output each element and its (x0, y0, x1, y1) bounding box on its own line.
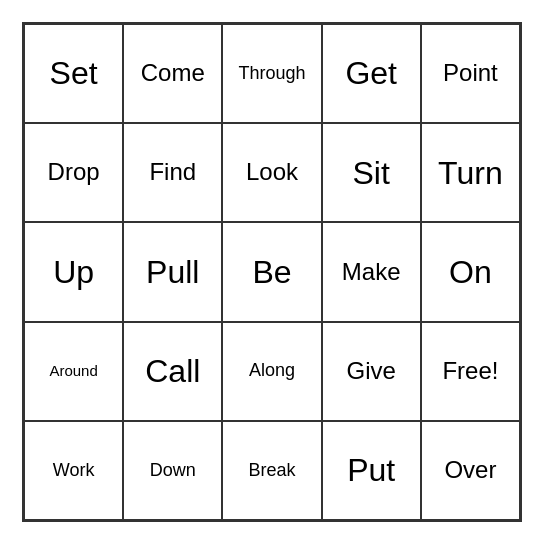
bingo-cell: Along (222, 322, 321, 421)
cell-text: Find (149, 158, 196, 187)
cell-text: Break (248, 460, 295, 482)
bingo-cell: Put (322, 421, 421, 520)
bingo-cell: Be (222, 222, 321, 321)
bingo-cell: Find (123, 123, 222, 222)
bingo-cell: Give (322, 322, 421, 421)
cell-text: Come (141, 59, 205, 88)
cell-text: Give (347, 357, 396, 386)
bingo-cell: Come (123, 24, 222, 123)
bingo-cell: Up (24, 222, 123, 321)
cell-text: Around (49, 362, 97, 380)
bingo-cell: Set (24, 24, 123, 123)
bingo-cell: Point (421, 24, 520, 123)
cell-text: Down (150, 460, 196, 482)
bingo-cell: Get (322, 24, 421, 123)
cell-text: Make (342, 258, 401, 287)
cell-text: Pull (146, 253, 199, 291)
cell-text: Be (252, 253, 291, 291)
cell-text: Along (249, 360, 295, 382)
cell-text: Point (443, 59, 498, 88)
cell-text: Look (246, 158, 298, 187)
bingo-cell: Through (222, 24, 321, 123)
bingo-cell: On (421, 222, 520, 321)
bingo-cell: Look (222, 123, 321, 222)
cell-text: Free! (442, 357, 498, 386)
bingo-cell: Call (123, 322, 222, 421)
bingo-card: SetComeThroughGetPointDropFindLookSitTur… (22, 22, 522, 522)
bingo-cell: Over (421, 421, 520, 520)
cell-text: Over (444, 456, 496, 485)
cell-text: Get (345, 54, 397, 92)
cell-text: Set (50, 54, 98, 92)
cell-text: Put (347, 451, 395, 489)
cell-text: On (449, 253, 492, 291)
bingo-cell: Work (24, 421, 123, 520)
bingo-cell: Down (123, 421, 222, 520)
cell-text: Up (53, 253, 94, 291)
bingo-cell: Around (24, 322, 123, 421)
cell-text: Sit (353, 154, 390, 192)
bingo-cell: Break (222, 421, 321, 520)
bingo-cell: Sit (322, 123, 421, 222)
cell-text: Turn (438, 154, 503, 192)
bingo-cell: Make (322, 222, 421, 321)
bingo-cell: Pull (123, 222, 222, 321)
cell-text: Drop (48, 158, 100, 187)
bingo-cell: Turn (421, 123, 520, 222)
bingo-cell: Free! (421, 322, 520, 421)
cell-text: Call (145, 352, 200, 390)
bingo-cell: Drop (24, 123, 123, 222)
cell-text: Through (238, 63, 305, 85)
cell-text: Work (53, 460, 95, 482)
